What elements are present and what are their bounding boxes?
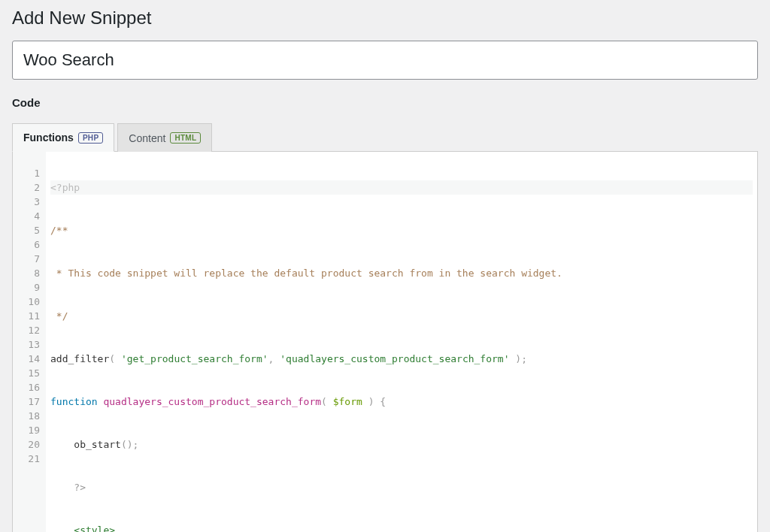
code-area[interactable]: <?php /** * This code snippet will repla… (46, 152, 757, 532)
snippet-title-input[interactable] (12, 41, 758, 80)
html-badge: HTML (170, 132, 201, 144)
editor-tabs: Functions PHP Content HTML (12, 122, 758, 152)
php-badge: PHP (78, 132, 103, 144)
code-section-label: Code (12, 96, 758, 109)
tab-functions[interactable]: Functions PHP (12, 123, 114, 152)
tab-functions-label: Functions (23, 131, 74, 144)
line-gutter: 1 2 3 4 5 6 7 8 9 10 11 12 13 14 15 16 1… (13, 152, 46, 532)
code-pretag: <?php (50, 180, 753, 195)
code-editor[interactable]: 1 2 3 4 5 6 7 8 9 10 11 12 13 14 15 16 1… (12, 152, 758, 532)
tab-content[interactable]: Content HTML (117, 123, 212, 152)
tab-content-label: Content (129, 132, 165, 144)
page-title: Add New Snippet (12, 8, 758, 29)
